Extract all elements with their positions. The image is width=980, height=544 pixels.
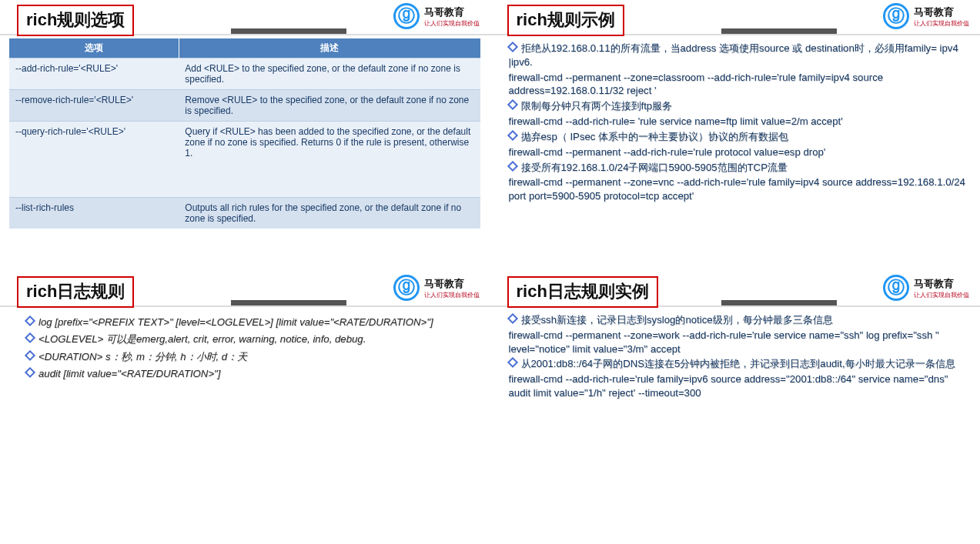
slide-title: rich规则选项 <box>17 5 134 36</box>
bullet: 拒绝从192.168.0.11的所有流量，当address 选项使用source… <box>509 42 968 69</box>
cell-description: Remove <RULE> to the specified zone, or … <box>179 90 480 122</box>
bullet-text: 限制每分钟只有两个连接到ftp服务 <box>521 100 673 112</box>
cell-description: Query if <RULE> has been added to the sp… <box>179 122 480 198</box>
command-line: firewall-cmd --add-rich-rule= 'rule serv… <box>509 115 968 128</box>
bullet: 限制每分钟只有两个连接到ftp服务 <box>509 99 968 113</box>
diamond-icon <box>25 367 35 378</box>
bullet-text: 从2001:db8::/64子网的DNS连接在5分钟内被拒绝，并记录到日志到au… <box>521 358 955 369</box>
logo-mark: ⓖ <box>883 275 909 301</box>
th-option: 选项 <box>9 38 179 58</box>
cell-option: --remove-rich-rule='<RULE>' <box>9 90 179 122</box>
table-row: --remove-rich-rule='<RULE>' Remove <RULE… <box>9 90 480 122</box>
bullet: audit [limit value="<RATE/DURATION>"] <box>26 366 475 382</box>
table-row: --add-rich-rule='<RULE>' Add <RULE> to t… <box>9 58 480 90</box>
content-area: log [prefix="<PREFIX TEXT>" [level=<LOGL… <box>9 310 481 538</box>
brand-name: 马哥教育 <box>424 6 464 18</box>
brand-slogan: 让人们实现自我价值 <box>424 19 480 28</box>
logo-mark: ⓖ <box>393 275 420 301</box>
logo: ⓖ 马哥教育 让人们实现自我价值 <box>393 3 480 29</box>
diamond-icon <box>25 350 35 361</box>
logo-textbox: 马哥教育 让人们实现自我价值 <box>424 276 480 299</box>
slide-title: rich日志规则实例 <box>507 276 658 308</box>
table-row: --list-rich-rules Outputs all rich rules… <box>9 198 480 229</box>
brand-name: 马哥教育 <box>914 278 954 289</box>
cell-option: --list-rich-rules <box>9 198 179 229</box>
slide-rich-options: rich规则选项 ⓖ 马哥教育 让人们实现自我价值 选项 描述 --add-ri… <box>0 0 490 272</box>
diamond-icon <box>507 357 517 368</box>
brand-slogan: 让人们实现自我价值 <box>914 19 969 28</box>
logo-mark: ⓖ <box>393 3 420 29</box>
bullet-text: audit [limit value="<RATE/DURATION>"] <box>38 368 220 379</box>
th-description: 描述 <box>179 38 480 58</box>
bullet: 抛弃esp（ IPsec 体系中的一种主要协议）协议的所有数据包 <box>509 130 968 144</box>
bullet: 接受ssh新连接，记录日志到syslog的notice级别，每分钟最多三条信息 <box>509 313 968 327</box>
bullet: <DURATION> s：秒, m：分钟, h：小时, d：天 <box>26 349 475 365</box>
logo: ⓖ 马哥教育 让人们实现自我价值 <box>393 275 480 301</box>
bullet-text: 接受所有192.168.1.0/24子网端口5900-5905范围的TCP流量 <box>521 162 788 173</box>
command-line: firewall-cmd --permanent --zone=classroo… <box>509 71 968 98</box>
diamond-icon <box>507 42 517 52</box>
diamond-icon <box>507 99 517 110</box>
bullet: 接受所有192.168.1.0/24子网端口5900-5905范围的TCP流量 <box>509 161 968 175</box>
diamond-icon <box>25 332 35 343</box>
diamond-icon <box>507 313 517 324</box>
command-line: firewall-cmd --add-rich-rule='rule famil… <box>509 372 968 400</box>
logo: ⓖ 马哥教育 让人们实现自我价值 <box>883 3 969 29</box>
command-line: firewall-cmd --permanent --zone=work --a… <box>509 329 968 356</box>
logo: ⓖ 马哥教育 让人们实现自我价值 <box>883 275 969 301</box>
bullet-text: log [prefix="<PREFIX TEXT>" [level=<LOGL… <box>38 316 433 328</box>
options-table: 选项 描述 --add-rich-rule='<RULE>' Add <RULE… <box>9 38 481 229</box>
logo-textbox: 马哥教育 让人们实现自我价值 <box>424 5 480 28</box>
table-header-row: 选项 描述 <box>9 38 480 58</box>
cell-description: Add <RULE> to the specified zone, or the… <box>179 58 480 90</box>
brand-slogan: 让人们实现自我价值 <box>914 291 969 299</box>
cell-description: Outputs all rich rules for the specified… <box>179 198 480 229</box>
slide-title: rich规则示例 <box>507 5 624 36</box>
bullet-text: 拒绝从192.168.0.11的所有流量，当address 选项使用source… <box>509 42 958 68</box>
brand-slogan: 让人们实现自我价值 <box>424 291 480 299</box>
diamond-icon <box>25 315 35 326</box>
content-area: 拒绝从192.168.0.11的所有流量，当address 选项使用source… <box>500 38 972 265</box>
logo-textbox: 马哥教育 让人们实现自我价值 <box>914 5 969 28</box>
diamond-icon <box>507 160 517 171</box>
bullet-text: 接受ssh新连接，记录日志到syslog的notice级别，每分钟最多三条信息 <box>521 314 833 325</box>
content-area: 接受ssh新连接，记录日志到syslog的notice级别，每分钟最多三条信息 … <box>500 310 972 538</box>
logo-textbox: 马哥教育 让人们实现自我价值 <box>914 276 969 299</box>
logo-mark: ⓖ <box>883 3 909 29</box>
slide-rich-log-examples: rich日志规则实例 ⓖ 马哥教育 让人们实现自我价值 接受ssh新连接，记录日… <box>490 272 981 544</box>
table-row: --query-rich-rule='<RULE>' Query if <RUL… <box>9 122 480 198</box>
bullet: <LOGLEVEL> 可以是emerg,alert, crit, error, … <box>26 332 475 347</box>
slide-rich-examples: rich规则示例 ⓖ 马哥教育 让人们实现自我价值 拒绝从192.168.0.1… <box>490 0 981 272</box>
slide-rich-log-rules: rich日志规则 ⓖ 马哥教育 让人们实现自我价值 log [prefix="<… <box>0 272 490 544</box>
slide-title: rich日志规则 <box>17 276 134 308</box>
brand-name: 马哥教育 <box>424 278 464 289</box>
diamond-icon <box>507 130 517 141</box>
brand-name: 马哥教育 <box>914 6 954 18</box>
command-line: firewall-cmd --permanent --add-rich-rule… <box>509 145 968 159</box>
bullet-text: 抛弃esp（ IPsec 体系中的一种主要协议）协议的所有数据包 <box>521 131 789 142</box>
bullet: log [prefix="<PREFIX TEXT>" [level=<LOGL… <box>26 315 475 330</box>
bullet: 从2001:db8::/64子网的DNS连接在5分钟内被拒绝，并记录到日志到au… <box>509 357 968 371</box>
bullet-text: <LOGLEVEL> 可以是emerg,alert, crit, error, … <box>38 333 366 345</box>
cell-option: --add-rich-rule='<RULE>' <box>9 58 179 90</box>
cell-option: --query-rich-rule='<RULE>' <box>9 122 179 198</box>
bullet-text: <DURATION> s：秒, m：分钟, h：小时, d：天 <box>38 351 247 362</box>
content-area: 选项 描述 --add-rich-rule='<RULE>' Add <RULE… <box>9 38 481 265</box>
command-line: firewall-cmd --permanent --zone=vnc --ad… <box>509 175 968 203</box>
